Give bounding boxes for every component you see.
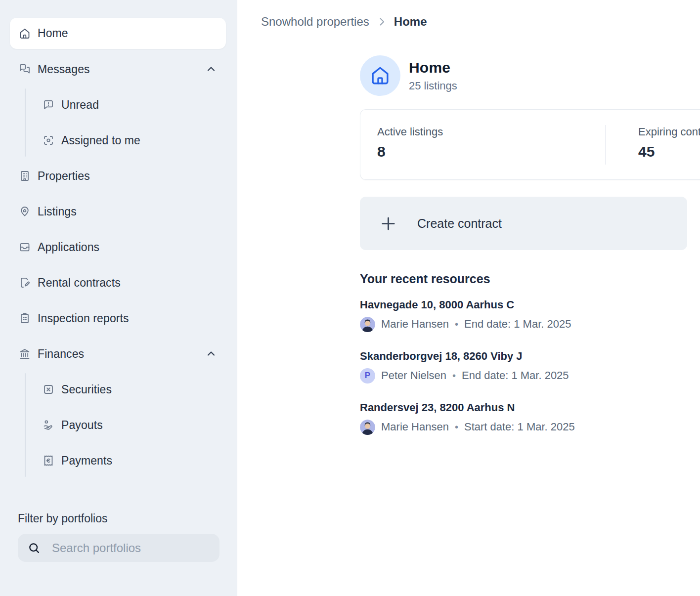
sidebar-item-rental-contracts[interactable]: Rental contracts [0,265,237,300]
resource-item[interactable]: Skanderborgvej 18, 8260 Viby J P Peter N… [360,349,700,383]
page-subtitle: 25 listings [409,80,457,92]
sidebar-item-payments[interactable]: Payments [0,443,237,478]
resource-meta: Marie Hansen End date: 1 Mar. 2025 [360,316,700,332]
sidebar-item-label: Securities [61,383,112,396]
dot-separator [452,370,456,382]
avatar [360,420,375,435]
sidebar-item-label: Payouts [61,419,103,432]
sidebar-item-label: Payments [61,454,112,468]
resource-person: Marie Hansen [381,421,449,433]
resource-person: Peter Nielsen [381,369,446,382]
home-page-content: Home 25 listings Active listings 8 Expir… [360,55,700,435]
portfolio-search-box[interactable] [18,534,219,562]
stat-label: Expiring contracts [638,125,700,139]
stat-active-listings: Active listings 8 [360,125,605,160]
sidebar-item-messages[interactable]: Messages [0,51,237,87]
stat-label: Active listings [377,125,605,139]
messages-subgroup: Unread Assigned to me [0,87,237,158]
breadcrumb-current: Home [394,15,427,29]
chevron-right-icon [376,16,388,28]
landmark-icon [19,348,31,360]
stat-value: 8 [377,143,605,160]
sidebar-item-payouts[interactable]: Payouts [0,407,237,443]
create-contract-label: Create contract [417,216,502,231]
page-header: Home 25 listings [360,55,700,96]
stat-value: 45 [638,143,700,160]
search-icon [28,542,41,554]
clipboard-list-icon [19,312,31,324]
main-content: Snowhold properties Home Home 25 listing… [237,0,700,435]
sidebar-item-applications[interactable]: Applications [0,229,237,265]
resource-item[interactable]: Havnegade 10, 8000 Aarhus C Marie Hansen… [360,298,700,332]
sidebar-nav: Home Messages [0,18,237,478]
map-pin-house-icon [19,206,31,217]
sidebar-item-label: Listings [38,205,77,218]
resource-date: End date: 1 Mar. 2025 [462,369,569,382]
resource-title[interactable]: Skanderborgvej 18, 8260 Viby J [360,349,700,363]
sidebar-item-label: Home [38,27,68,40]
stats-card: Active listings 8 Expiring contracts 45 [360,109,700,180]
sidebar-item-label: Applications [38,241,99,254]
breadcrumb-root[interactable]: Snowhold properties [261,15,369,29]
finances-subgroup: Securities Payouts [0,372,237,478]
plus-icon [379,214,397,233]
dot-separator [455,319,458,330]
chevron-up-icon[interactable] [205,63,217,75]
sidebar-item-finances[interactable]: Finances [0,336,237,372]
sidebar-item-label: Finances [38,347,84,361]
create-contract-button[interactable]: Create contract [360,197,687,250]
sidebar-item-label: Inspection reports [38,312,129,325]
resource-date: Start date: 1 Mar. 2025 [464,421,575,433]
building-icon [19,170,31,182]
messages-icon [19,63,31,75]
breadcrumb: Snowhold properties Home [261,14,700,30]
sidebar-item-properties[interactable]: Properties [0,158,237,194]
inbox-icon [19,241,31,253]
recent-resources-heading: Your recent resources [360,272,700,286]
sidebar-item-securities[interactable]: Securities [0,372,237,407]
sidebar-item-unread[interactable]: Unread [0,87,237,123]
resource-item[interactable]: Randersvej 23, 8200 Aarhus N Marie Hanse… [360,401,700,435]
stat-expiring-contracts: Expiring contracts 45 [606,125,700,160]
sidebar-item-listings[interactable]: Listings [0,194,237,229]
sidebar-item-label: Unread [61,98,99,112]
sidebar-item-label: Rental contracts [38,276,121,290]
chevron-up-icon[interactable] [205,348,217,360]
avatar-initial: P [360,368,375,383]
resource-title[interactable]: Randersvej 23, 8200 Aarhus N [360,401,700,415]
page-header-text: Home 25 listings [409,59,457,92]
unread-message-icon [43,99,54,111]
avatar [360,317,375,332]
assigned-focus-icon [43,134,54,146]
hand-coins-icon [43,419,54,431]
portfolio-filter-section: Filter by portfolios [18,512,219,562]
sidebar-item-label: Assigned to me [61,134,140,147]
file-pen-icon [19,277,31,289]
receipt-euro-icon [43,455,54,467]
portfolio-search-input[interactable] [52,541,200,555]
resource-title[interactable]: Havnegade 10, 8000 Aarhus C [360,298,700,312]
sidebar-item-label: Messages [38,63,90,76]
home-icon [370,65,391,86]
resource-meta: Marie Hansen Start date: 1 Mar. 2025 [360,419,700,435]
dot-separator [455,422,458,433]
page-title: Home [409,59,457,76]
sidebar-item-label: Properties [38,170,90,183]
home-icon [19,28,31,40]
sidebar-item-inspection-reports[interactable]: Inspection reports [0,300,237,336]
resource-person: Marie Hansen [381,318,449,331]
resource-meta: P Peter Nielsen End date: 1 Mar. 2025 [360,368,700,383]
home-badge [360,55,400,96]
resource-date: End date: 1 Mar. 2025 [464,318,571,331]
sidebar-item-home[interactable]: Home [10,18,226,49]
sidebar: Home Messages [0,0,237,596]
filter-by-portfolios-label: Filter by portfolios [18,512,219,525]
sidebar-item-assigned-to-me[interactable]: Assigned to me [0,123,237,158]
box-x-icon [43,383,54,395]
